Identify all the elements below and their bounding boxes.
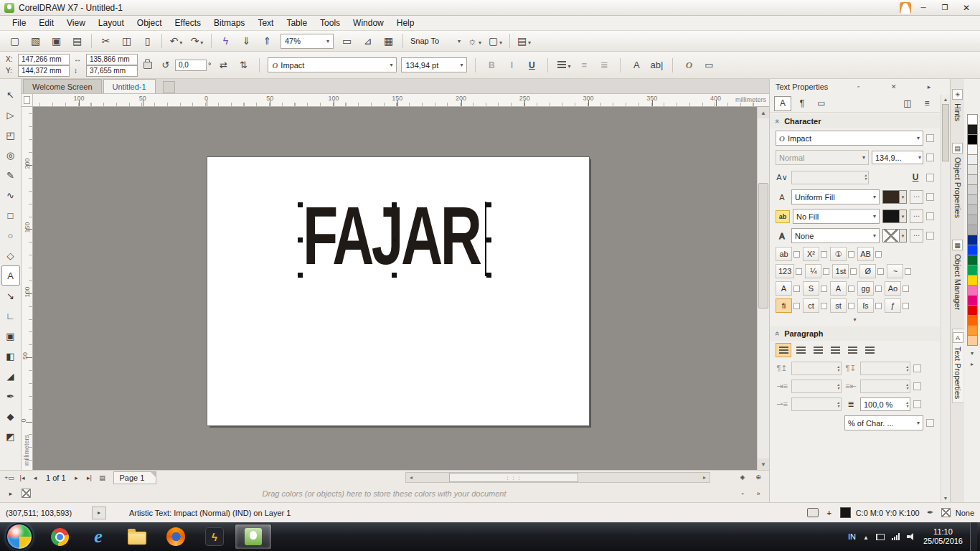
options-button[interactable]: ☼ — [464, 32, 485, 50]
palette-color-swatch[interactable] — [967, 164, 978, 175]
show-hidden-icons-button[interactable] — [863, 532, 869, 542]
character-section-header[interactable]: Character — [770, 114, 940, 128]
shape-tool[interactable]: ▷ — [1, 105, 20, 125]
object-width-field[interactable]: 135,866 mm — [86, 54, 138, 65]
pin-docker-icon[interactable] — [854, 82, 864, 92]
paste-button[interactable]: ▯ — [137, 32, 158, 50]
ot-ordinals[interactable]: 1st — [832, 264, 849, 278]
rotation-angle-field[interactable]: 0,0 — [175, 60, 207, 71]
opentype-checkbox[interactable] — [848, 286, 854, 292]
opentype-checkbox[interactable] — [848, 251, 854, 258]
copy-button[interactable]: ◫ — [116, 32, 137, 50]
color-eyedropper-tool[interactable]: ◢ — [1, 366, 20, 386]
selection-handle[interactable] — [298, 202, 303, 207]
fill-status-swatch[interactable] — [840, 507, 851, 518]
fill-type-combo[interactable]: Uniform Fill — [791, 189, 880, 204]
undo-button[interactable]: ↶ — [166, 32, 187, 50]
palette-scroll-down-button[interactable] — [971, 350, 974, 357]
docker-tab-object-manager[interactable]: ▦Object Manager — [952, 237, 963, 313]
palette-color-swatch[interactable] — [967, 194, 978, 205]
volume-icon[interactable] — [907, 532, 916, 541]
interactive-opentype-button[interactable]: O — [681, 57, 697, 73]
toolbars-button[interactable]: ▤ — [514, 32, 534, 50]
palette-color-swatch[interactable] — [967, 154, 978, 165]
outline-pen-tool[interactable]: ✒ — [1, 386, 20, 406]
zoom-page-button[interactable]: ⊕ — [752, 471, 765, 483]
palette-more-icon[interactable] — [753, 489, 763, 499]
background-settings-button[interactable] — [910, 209, 923, 223]
first-line-indent-field[interactable] — [791, 397, 842, 411]
palette-color-swatch[interactable] — [967, 204, 978, 215]
palette-color-swatch[interactable] — [967, 184, 978, 195]
previous-page-button[interactable]: ◂ — [29, 472, 42, 484]
docker-scroll-thumb[interactable] — [942, 104, 949, 161]
align-right-button[interactable] — [827, 343, 843, 357]
opentype-checkbox[interactable] — [823, 268, 829, 275]
menu-table[interactable]: Table — [280, 16, 314, 30]
palette-color-swatch[interactable] — [967, 114, 978, 125]
no-color-swatch[interactable] — [22, 489, 31, 498]
tablet-mode-icon[interactable] — [807, 508, 819, 517]
ot-currency[interactable]: ƒ — [885, 298, 901, 313]
mirror-vertical-button[interactable]: ⇅ — [235, 57, 251, 73]
palette-color-swatch[interactable] — [967, 245, 978, 255]
paragraph-section-header[interactable]: Paragraph — [770, 326, 940, 341]
ot-swash[interactable]: ~ — [887, 264, 903, 278]
relative-state-indicator[interactable] — [913, 400, 921, 408]
add-page-button[interactable]: +▭ — [3, 472, 16, 484]
snap-to-dropdown[interactable]: Snap To — [407, 34, 464, 48]
ot-stylistic-alternates[interactable]: A — [776, 281, 792, 296]
x-position-field[interactable]: 147,266 mm — [18, 54, 70, 65]
scroll-up-button[interactable]: ▲ — [941, 95, 950, 103]
object-height-field[interactable]: 37,655 mm — [86, 65, 138, 77]
background-fill-type-combo[interactable]: No Fill — [793, 209, 880, 224]
vertical-scroll-thumb[interactable] — [758, 183, 768, 309]
menu-help[interactable]: Help — [390, 16, 421, 30]
relative-state-indicator[interactable] — [926, 154, 934, 161]
file-explorer-icon[interactable] — [118, 524, 156, 550]
full-screen-preview-button[interactable]: ▭ — [336, 32, 357, 50]
spacing-before-field[interactable] — [791, 362, 842, 375]
ot-historical-ligatures[interactable]: st — [830, 298, 847, 313]
import-button[interactable]: ⇓ — [236, 32, 257, 50]
palette-color-swatch[interactable] — [967, 275, 978, 286]
ot-capital-spacing[interactable]: AB — [857, 247, 874, 261]
show-rulers-button[interactable]: ⊿ — [357, 32, 378, 50]
outline-settings-button[interactable] — [910, 229, 923, 242]
new-tab-button[interactable] — [163, 81, 175, 93]
opentype-checkbox[interactable] — [877, 268, 884, 275]
fill-tool[interactable]: ◆ — [1, 406, 20, 426]
user-account-icon[interactable] — [900, 2, 911, 14]
palette-color-swatch[interactable] — [967, 305, 978, 316]
menu-effects[interactable]: Effects — [169, 16, 207, 30]
indent-left-field[interactable] — [791, 380, 842, 393]
application-launcher-button[interactable]: ϟ — [215, 32, 236, 50]
firefox-icon[interactable] — [157, 524, 194, 550]
first-page-button[interactable]: |◂ — [16, 472, 29, 484]
line-spacing-field[interactable]: 100,0 % — [860, 397, 910, 411]
spacing-unit-combo[interactable]: % of Char. ... — [844, 415, 923, 430]
docker-tab-text-properties[interactable]: AText Properties — [952, 329, 963, 402]
opentype-checkbox[interactable] — [793, 303, 800, 309]
pan-button[interactable]: ◈ — [736, 471, 749, 483]
last-page-button[interactable]: ▸| — [83, 472, 96, 484]
save-button[interactable]: ▣ — [46, 32, 67, 50]
selection-handle[interactable] — [392, 273, 397, 278]
relative-state-indicator[interactable] — [926, 134, 934, 142]
opentype-checkbox[interactable] — [793, 286, 800, 292]
opentype-checkbox[interactable] — [821, 286, 827, 292]
panel-underline-button[interactable]: U — [908, 169, 923, 185]
menu-object[interactable]: Object — [131, 16, 169, 30]
ot-titling[interactable]: Ao — [885, 281, 901, 296]
coreldraw-icon[interactable] — [235, 524, 272, 550]
horizontal-ruler[interactable]: 10050050100150200250300350400 millimeter… — [33, 94, 769, 107]
open-button[interactable]: ▧ — [25, 32, 46, 50]
menu-text[interactable]: Text — [251, 16, 280, 30]
outline-status-swatch[interactable] — [941, 508, 951, 517]
zoom-tool[interactable]: ◎ — [1, 145, 20, 165]
export-button[interactable]: ⇑ — [257, 32, 278, 50]
align-full-justify-button[interactable] — [844, 343, 860, 357]
artistic-media-tool[interactable]: ∿ — [1, 185, 20, 205]
print-button[interactable]: ▤ — [67, 32, 88, 50]
bulleted-list-button[interactable]: ≡ — [576, 57, 592, 73]
